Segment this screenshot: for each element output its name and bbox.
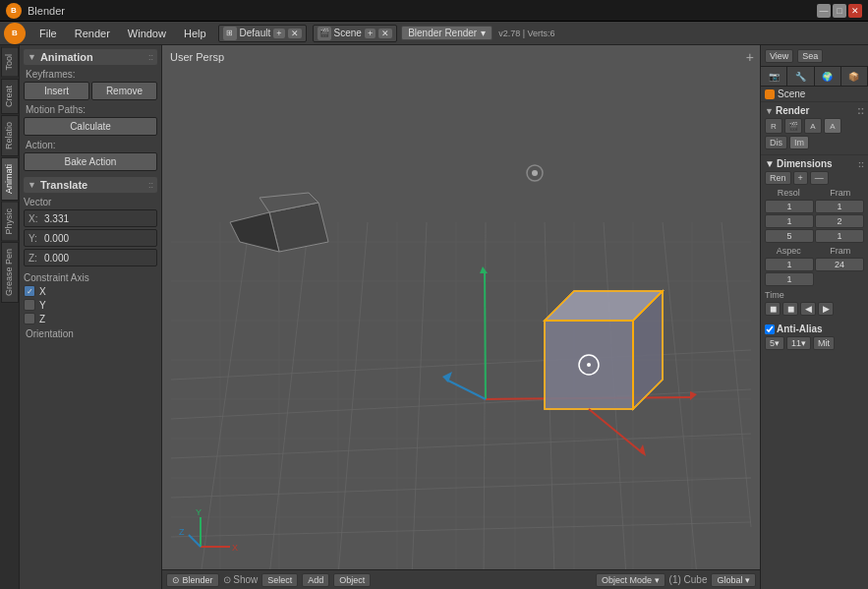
z-value: 0.000 [44, 253, 152, 264]
svg-text:Y: Y [196, 507, 202, 517]
svg-point-52 [532, 170, 538, 176]
help-menu[interactable]: Help [176, 26, 214, 41]
y-label: Y: [29, 233, 44, 244]
sub-dim-button[interactable]: — [810, 171, 829, 185]
minimize-button[interactable]: — [817, 4, 831, 18]
render-icon-cam[interactable]: 🎬 [784, 118, 802, 134]
close-button[interactable]: ✕ [848, 4, 862, 18]
motion-paths-label: Motion Paths: [26, 104, 155, 115]
render-engine-selector[interactable]: Blender Render ▾ [401, 26, 492, 40]
time-label-row: Time [765, 288, 864, 300]
insert-button[interactable]: Insert [24, 82, 89, 100]
tab-tool[interactable]: Tool [1, 47, 19, 78]
layout-add[interactable]: + [273, 29, 284, 38]
y-checkbox[interactable] [24, 299, 35, 311]
world-props-icon[interactable]: 🌍 [815, 67, 841, 86]
fram-1[interactable]: 1 [815, 200, 864, 213]
scene-props-icon[interactable]: 🔧 [787, 67, 814, 86]
fram-2[interactable]: 2 [815, 214, 864, 228]
sea-button[interactable]: Sea [797, 49, 823, 63]
x-checkbox[interactable]: ✓ [24, 285, 35, 297]
blender-icon-btn[interactable]: ⊙ Blender [166, 573, 219, 587]
aa-11-button[interactable]: 11▾ [786, 336, 811, 350]
tab-relatio[interactable]: Relatio [1, 115, 19, 156]
resol-3[interactable]: 5 [765, 229, 814, 243]
z-field[interactable]: Z: 0.000 [24, 249, 157, 266]
time-buttons-row: ◼ ◼ ◀ ▶ [765, 302, 864, 316]
time-fwd[interactable]: ▶ [818, 302, 834, 316]
object-props-icon[interactable]: 📦 [841, 67, 868, 86]
object-mode-btn[interactable]: Object Mode ▾ [596, 573, 665, 587]
add-btn[interactable]: Add [302, 573, 329, 587]
animation-panel-header[interactable]: ▼ Animation :: [24, 49, 157, 65]
scene-remove[interactable]: ✕ [378, 29, 392, 38]
render-props-icon[interactable]: 📷 [761, 67, 787, 86]
object-btn[interactable]: Object [333, 573, 371, 587]
scene-icon[interactable]: 🎬 [318, 27, 331, 40]
time-btn-1[interactable]: ◼ [765, 302, 781, 316]
translate-panel: ▼ Translate :: Vector X: 3.331 Y: 0.000 … [24, 177, 157, 339]
select-btn[interactable]: Select [261, 573, 298, 587]
view-button[interactable]: View [765, 49, 793, 63]
im-button[interactable]: Im [789, 136, 809, 149]
main-area: Tool Creat Relatio Animati Physic Grease… [0, 45, 868, 589]
remove-button[interactable]: Remove [91, 82, 157, 100]
time-btn-2[interactable]: ◼ [782, 302, 798, 316]
aa-5-button[interactable]: 5▾ [765, 336, 784, 350]
dim-title: Dimensions [777, 158, 833, 169]
scene-group: 🎬 Scene + ✕ [313, 25, 398, 42]
render-icon-r[interactable]: R [765, 118, 782, 134]
dis-button[interactable]: Dis [765, 136, 787, 149]
render-section-header: ▼ Render :: [765, 105, 864, 116]
add-dim-button[interactable]: + [793, 171, 808, 185]
keyframes-section-label: Keyframes: [26, 69, 155, 80]
right-sidebar: View Sea 📷 🔧 🌍 📦 Scene ▼ Render :: R 🎬 [760, 45, 868, 589]
bake-action-button[interactable]: Bake Action [24, 152, 157, 171]
resol-1[interactable]: 1 [765, 200, 814, 213]
render-menu[interactable]: Render [67, 26, 118, 41]
calculate-button[interactable]: Calculate [24, 117, 157, 136]
tab-animati[interactable]: Animati [1, 157, 19, 201]
blender-logo: B [6, 3, 22, 19]
render-icon-a1[interactable]: A [804, 118, 822, 134]
layout-icon[interactable]: ⊞ [223, 27, 237, 40]
fps-cell[interactable]: 24 [815, 258, 864, 271]
action-section-label: Action: [26, 140, 155, 150]
global-btn[interactable]: Global ▾ [711, 573, 756, 587]
orientation-label: Orientation [26, 328, 155, 339]
scene-name: Scene [778, 88, 805, 99]
ren-button[interactable]: Ren [765, 171, 791, 185]
blender-menu-logo[interactable]: B [4, 23, 26, 44]
svg-rect-0 [171, 45, 751, 589]
aa-header: Anti-Alias [765, 324, 864, 334]
tab-grease-pen[interactable]: Grease Pen [1, 242, 19, 303]
scene-add[interactable]: + [365, 29, 376, 38]
time-back[interactable]: ◀ [800, 302, 816, 316]
x-value: 3.331 [44, 213, 152, 224]
render-icon-a2[interactable]: A [824, 118, 841, 134]
translate-panel-header[interactable]: ▼ Translate :: [24, 177, 157, 193]
aspec-2[interactable]: 1 [765, 272, 814, 286]
resol-2[interactable]: 1 [765, 214, 814, 228]
viewport[interactable]: X Y Z User Persp + ⊙ Blender ⊙ Show Sele… [162, 45, 760, 589]
fram-3[interactable]: 1 [815, 229, 864, 243]
tab-creat[interactable]: Creat [1, 79, 19, 114]
translate-arrow: ▼ [28, 180, 36, 190]
file-menu[interactable]: File [31, 26, 65, 41]
mit-button[interactable]: Mit [813, 336, 835, 350]
aa-checkbox[interactable] [765, 324, 775, 334]
aspec-grid: 1 24 1 [765, 258, 864, 286]
svg-line-33 [485, 271, 486, 399]
y-field[interactable]: Y: 0.000 [24, 229, 157, 247]
x-field[interactable]: X: 3.331 [24, 209, 157, 227]
z-checkbox[interactable] [24, 313, 35, 324]
tab-physic[interactable]: Physic [1, 202, 19, 242]
viewport-expand-icon[interactable]: + [746, 49, 754, 65]
layout-remove[interactable]: ✕ [288, 29, 302, 38]
dimensions-header: ▼ Dimensions :: [765, 158, 864, 169]
window-menu[interactable]: Window [120, 26, 174, 41]
aspec-1[interactable]: 1 [765, 258, 814, 271]
motion-paths-buttons: Calculate [24, 117, 157, 136]
x-constraint-label: X [39, 286, 46, 297]
maximize-button[interactable]: □ [833, 4, 846, 18]
